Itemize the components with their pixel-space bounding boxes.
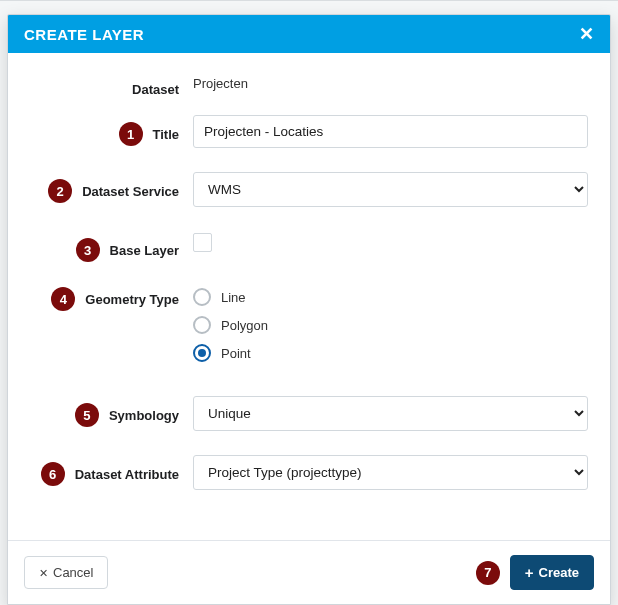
row-base-layer: 3 Base Layer xyxy=(8,231,588,262)
create-layer-modal: CREATE LAYER ✕ Dataset Projecten 1 Title xyxy=(7,14,611,605)
row-dataset: Dataset Projecten xyxy=(8,75,588,97)
label-dataset-attribute: 6 Dataset Attribute xyxy=(8,455,193,486)
label-dataset-service-text: Dataset Service xyxy=(82,184,179,199)
modal-header: CREATE LAYER ✕ xyxy=(8,15,610,53)
dataset-value: Projecten xyxy=(193,75,588,91)
field-dataset: Projecten xyxy=(193,75,588,91)
annotation-badge-7: 7 xyxy=(476,561,500,585)
cancel-x-icon xyxy=(39,565,48,580)
modal-footer: Cancel 7 Create xyxy=(8,540,610,604)
row-dataset-service: 2 Dataset Service WMS xyxy=(8,172,588,207)
cancel-button-label: Cancel xyxy=(53,565,93,580)
label-dataset: Dataset xyxy=(8,75,193,97)
create-button-label: Create xyxy=(539,565,579,580)
annotation-badge-1: 1 xyxy=(119,122,143,146)
symbology-select[interactable]: Unique xyxy=(193,396,588,431)
label-title-text: Title xyxy=(153,127,180,142)
label-title: 1 Title xyxy=(8,115,193,146)
modal-body: Dataset Projecten 1 Title 2 xyxy=(8,53,610,540)
radio-icon xyxy=(193,316,211,334)
annotation-badge-2: 2 xyxy=(48,179,72,203)
dataset-service-select[interactable]: WMS xyxy=(193,172,588,207)
cancel-button[interactable]: Cancel xyxy=(24,556,108,589)
label-base-layer-text: Base Layer xyxy=(110,243,179,258)
radio-icon xyxy=(193,288,211,306)
row-title: 1 Title xyxy=(8,115,588,148)
geometry-option-line-label: Line xyxy=(221,290,246,305)
geometry-radio-group: Line Polygon Point xyxy=(193,286,588,362)
radio-icon-selected xyxy=(193,344,211,362)
label-symbology: 5 Symbology xyxy=(8,396,193,427)
dataset-attribute-select[interactable]: Project Type (projecttype) xyxy=(193,455,588,490)
annotation-badge-6: 6 xyxy=(41,462,65,486)
geometry-option-polygon[interactable]: Polygon xyxy=(193,316,588,334)
geometry-option-point-label: Point xyxy=(221,346,251,361)
plus-icon xyxy=(525,564,534,581)
annotation-badge-5: 5 xyxy=(75,403,99,427)
geometry-option-line[interactable]: Line xyxy=(193,288,588,306)
row-symbology: 5 Symbology Unique xyxy=(8,396,588,431)
radio-dot-icon xyxy=(198,349,206,357)
row-geometry-type: 4 Geometry Type Line Polygon xyxy=(8,286,588,372)
footer-right: 7 Create xyxy=(476,555,594,590)
label-base-layer: 3 Base Layer xyxy=(8,231,193,262)
label-dataset-attribute-text: Dataset Attribute xyxy=(75,467,179,482)
geometry-option-point[interactable]: Point xyxy=(193,344,588,362)
annotation-badge-3: 3 xyxy=(76,238,100,262)
title-input[interactable] xyxy=(193,115,588,148)
label-dataset-text: Dataset xyxy=(132,82,179,97)
label-symbology-text: Symbology xyxy=(109,408,179,423)
row-dataset-attribute: 6 Dataset Attribute Project Type (projec… xyxy=(8,455,588,490)
create-button[interactable]: Create xyxy=(510,555,594,590)
label-geometry-type-text: Geometry Type xyxy=(85,292,179,307)
modal-title: CREATE LAYER xyxy=(24,26,144,43)
label-geometry-type: 4 Geometry Type xyxy=(8,286,193,311)
geometry-option-polygon-label: Polygon xyxy=(221,318,268,333)
label-dataset-service: 2 Dataset Service xyxy=(8,172,193,203)
annotation-badge-4: 4 xyxy=(51,287,75,311)
base-layer-checkbox[interactable] xyxy=(193,233,212,252)
close-icon[interactable]: ✕ xyxy=(579,25,594,43)
